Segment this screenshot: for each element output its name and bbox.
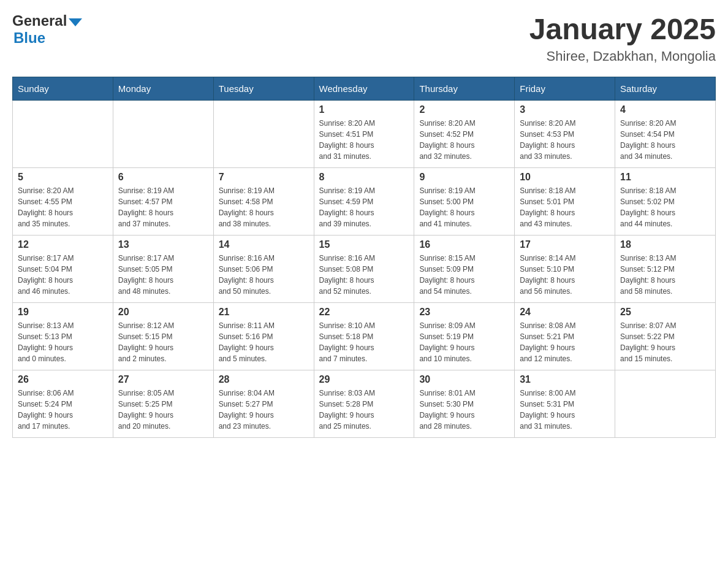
calendar-cell: 5Sunrise: 8:20 AM Sunset: 4:55 PM Daylig…	[13, 168, 113, 236]
calendar-title: January 2025	[529, 12, 716, 46]
day-info: Sunrise: 8:12 AM Sunset: 5:15 PM Dayligh…	[118, 320, 208, 364]
logo-general-text: General	[12, 12, 67, 29]
weekday-header-row: SundayMondayTuesdayWednesdayThursdayFrid…	[13, 77, 716, 101]
day-info: Sunrise: 8:19 AM Sunset: 4:59 PM Dayligh…	[319, 185, 409, 229]
calendar-cell: 27Sunrise: 8:05 AM Sunset: 5:25 PM Dayli…	[113, 370, 213, 438]
day-info: Sunrise: 8:10 AM Sunset: 5:18 PM Dayligh…	[319, 320, 409, 364]
day-number: 7	[219, 172, 309, 183]
weekday-header-friday: Friday	[515, 77, 615, 101]
calendar-cell: 22Sunrise: 8:10 AM Sunset: 5:18 PM Dayli…	[314, 303, 414, 370]
day-number: 5	[18, 172, 108, 183]
calendar-week-2: 5Sunrise: 8:20 AM Sunset: 4:55 PM Daylig…	[13, 168, 716, 236]
calendar-cell: 4Sunrise: 8:20 AM Sunset: 4:54 PM Daylig…	[615, 101, 716, 168]
calendar-cell: 20Sunrise: 8:12 AM Sunset: 5:15 PM Dayli…	[113, 303, 213, 370]
calendar-cell: 8Sunrise: 8:19 AM Sunset: 4:59 PM Daylig…	[314, 168, 414, 236]
day-number: 4	[620, 104, 710, 115]
day-number: 12	[18, 239, 108, 250]
day-info: Sunrise: 8:19 AM Sunset: 4:57 PM Dayligh…	[118, 185, 208, 229]
calendar-subtitle: Shiree, Dzabkhan, Mongolia	[529, 48, 716, 64]
logo-triangle-icon	[69, 18, 82, 26]
calendar-cell: 9Sunrise: 8:19 AM Sunset: 5:00 PM Daylig…	[414, 168, 515, 236]
day-info: Sunrise: 8:13 AM Sunset: 5:13 PM Dayligh…	[18, 320, 108, 364]
day-number: 13	[118, 239, 208, 250]
calendar-cell	[13, 101, 113, 168]
calendar-cell: 7Sunrise: 8:19 AM Sunset: 4:58 PM Daylig…	[213, 168, 314, 236]
day-info: Sunrise: 8:16 AM Sunset: 5:06 PM Dayligh…	[219, 253, 309, 297]
weekday-header-saturday: Saturday	[615, 77, 716, 101]
day-info: Sunrise: 8:15 AM Sunset: 5:09 PM Dayligh…	[419, 253, 509, 297]
day-number: 9	[419, 172, 509, 183]
day-info: Sunrise: 8:16 AM Sunset: 5:08 PM Dayligh…	[319, 253, 409, 297]
day-number: 28	[219, 374, 309, 385]
calendar-cell: 17Sunrise: 8:14 AM Sunset: 5:10 PM Dayli…	[515, 236, 615, 303]
calendar-cell: 19Sunrise: 8:13 AM Sunset: 5:13 PM Dayli…	[13, 303, 113, 370]
day-info: Sunrise: 8:20 AM Sunset: 4:55 PM Dayligh…	[18, 185, 108, 229]
day-info: Sunrise: 8:20 AM Sunset: 4:51 PM Dayligh…	[319, 118, 409, 162]
calendar-cell: 6Sunrise: 8:19 AM Sunset: 4:57 PM Daylig…	[113, 168, 213, 236]
day-number: 26	[18, 374, 108, 385]
day-number: 16	[419, 239, 509, 250]
day-info: Sunrise: 8:07 AM Sunset: 5:22 PM Dayligh…	[620, 320, 710, 364]
day-info: Sunrise: 8:06 AM Sunset: 5:24 PM Dayligh…	[18, 388, 108, 432]
day-info: Sunrise: 8:17 AM Sunset: 5:05 PM Dayligh…	[118, 253, 208, 297]
day-number: 3	[520, 104, 610, 115]
day-number: 1	[319, 104, 409, 115]
weekday-header-tuesday: Tuesday	[213, 77, 314, 101]
calendar-cell	[113, 101, 213, 168]
calendar-week-1: 1Sunrise: 8:20 AM Sunset: 4:51 PM Daylig…	[13, 101, 716, 168]
day-info: Sunrise: 8:08 AM Sunset: 5:21 PM Dayligh…	[520, 320, 610, 364]
day-info: Sunrise: 8:03 AM Sunset: 5:28 PM Dayligh…	[319, 388, 409, 432]
day-number: 14	[219, 239, 309, 250]
weekday-header-sunday: Sunday	[13, 77, 113, 101]
calendar-cell: 1Sunrise: 8:20 AM Sunset: 4:51 PM Daylig…	[314, 101, 414, 168]
day-info: Sunrise: 8:05 AM Sunset: 5:25 PM Dayligh…	[118, 388, 208, 432]
day-info: Sunrise: 8:19 AM Sunset: 5:00 PM Dayligh…	[419, 185, 509, 229]
calendar-week-3: 12Sunrise: 8:17 AM Sunset: 5:04 PM Dayli…	[13, 236, 716, 303]
day-info: Sunrise: 8:01 AM Sunset: 5:30 PM Dayligh…	[419, 388, 509, 432]
day-number: 18	[620, 239, 710, 250]
day-info: Sunrise: 8:19 AM Sunset: 4:58 PM Dayligh…	[219, 185, 309, 229]
calendar-cell	[615, 370, 716, 438]
weekday-header-wednesday: Wednesday	[314, 77, 414, 101]
day-number: 15	[319, 239, 409, 250]
day-info: Sunrise: 8:13 AM Sunset: 5:12 PM Dayligh…	[620, 253, 710, 297]
day-number: 25	[620, 307, 710, 318]
calendar-cell: 29Sunrise: 8:03 AM Sunset: 5:28 PM Dayli…	[314, 370, 414, 438]
calendar-cell: 14Sunrise: 8:16 AM Sunset: 5:06 PM Dayli…	[213, 236, 314, 303]
calendar-cell: 10Sunrise: 8:18 AM Sunset: 5:01 PM Dayli…	[515, 168, 615, 236]
calendar-week-4: 19Sunrise: 8:13 AM Sunset: 5:13 PM Dayli…	[13, 303, 716, 370]
weekday-header-thursday: Thursday	[414, 77, 515, 101]
calendar-cell: 31Sunrise: 8:00 AM Sunset: 5:31 PM Dayli…	[515, 370, 615, 438]
day-number: 17	[520, 239, 610, 250]
calendar-week-5: 26Sunrise: 8:06 AM Sunset: 5:24 PM Dayli…	[13, 370, 716, 438]
day-number: 20	[118, 307, 208, 318]
day-number: 21	[219, 307, 309, 318]
day-info: Sunrise: 8:11 AM Sunset: 5:16 PM Dayligh…	[219, 320, 309, 364]
day-info: Sunrise: 8:18 AM Sunset: 5:01 PM Dayligh…	[520, 185, 610, 229]
logo-blue-text: Blue	[13, 29, 45, 46]
calendar-cell: 25Sunrise: 8:07 AM Sunset: 5:22 PM Dayli…	[615, 303, 716, 370]
calendar-table: SundayMondayTuesdayWednesdayThursdayFrid…	[12, 77, 716, 438]
calendar-cell: 26Sunrise: 8:06 AM Sunset: 5:24 PM Dayli…	[13, 370, 113, 438]
calendar-cell: 18Sunrise: 8:13 AM Sunset: 5:12 PM Dayli…	[615, 236, 716, 303]
day-number: 6	[118, 172, 208, 183]
day-info: Sunrise: 8:20 AM Sunset: 4:52 PM Dayligh…	[419, 118, 509, 162]
calendar-cell	[213, 101, 314, 168]
day-number: 29	[319, 374, 409, 385]
day-info: Sunrise: 8:17 AM Sunset: 5:04 PM Dayligh…	[18, 253, 108, 297]
page-header: General Blue January 2025 Shiree, Dzabkh…	[12, 12, 716, 64]
calendar-cell: 28Sunrise: 8:04 AM Sunset: 5:27 PM Dayli…	[213, 370, 314, 438]
day-info: Sunrise: 8:18 AM Sunset: 5:02 PM Dayligh…	[620, 185, 710, 229]
day-number: 31	[520, 374, 610, 385]
weekday-header-monday: Monday	[113, 77, 213, 101]
day-number: 27	[118, 374, 208, 385]
day-number: 22	[319, 307, 409, 318]
day-info: Sunrise: 8:20 AM Sunset: 4:53 PM Dayligh…	[520, 118, 610, 162]
day-info: Sunrise: 8:00 AM Sunset: 5:31 PM Dayligh…	[520, 388, 610, 432]
day-number: 10	[520, 172, 610, 183]
calendar-cell: 21Sunrise: 8:11 AM Sunset: 5:16 PM Dayli…	[213, 303, 314, 370]
calendar-cell: 16Sunrise: 8:15 AM Sunset: 5:09 PM Dayli…	[414, 236, 515, 303]
calendar-cell: 13Sunrise: 8:17 AM Sunset: 5:05 PM Dayli…	[113, 236, 213, 303]
calendar-cell: 12Sunrise: 8:17 AM Sunset: 5:04 PM Dayli…	[13, 236, 113, 303]
logo: General Blue	[12, 12, 82, 47]
